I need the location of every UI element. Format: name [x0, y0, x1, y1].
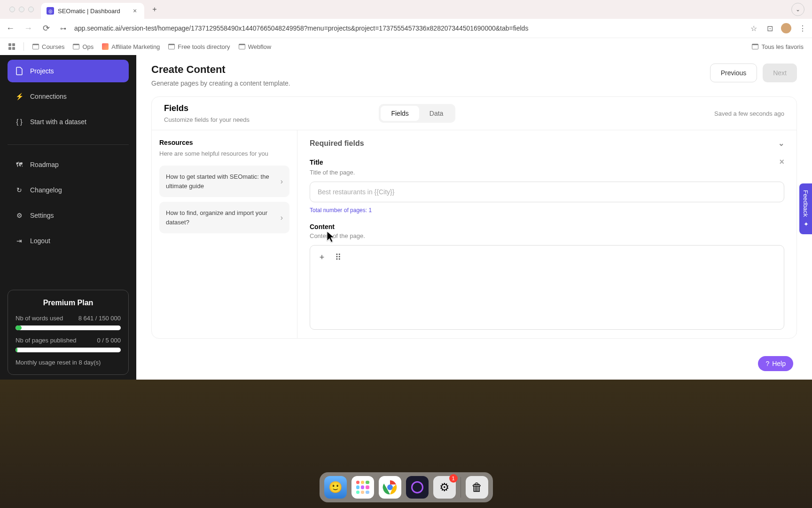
- browser-tab[interactable]: ◎ SEOmatic | Dashboard ×: [41, 3, 144, 19]
- resource-link[interactable]: How to find, organize and import your da…: [159, 202, 289, 233]
- profile-avatar[interactable]: [781, 23, 791, 33]
- plan-box: Premium Plan Nb of words used 8 641 / 15…: [8, 290, 129, 375]
- feedback-tab[interactable]: Feedback ✦: [799, 183, 812, 234]
- pages-row: Nb of pages published 0 / 5 000: [16, 337, 121, 344]
- notification-badge: 1: [449, 474, 458, 483]
- title-label: Title: [310, 159, 323, 166]
- menu-icon[interactable]: ⋮: [798, 24, 807, 33]
- address-bar: ← → ⟳ ⊶ app.seomatic.ai/version-test/hom…: [0, 19, 812, 38]
- pages-bar: [16, 348, 121, 352]
- sidebar-item-settings[interactable]: ⚙ Settings: [8, 204, 129, 227]
- bookmark-webflow[interactable]: Webflow: [239, 43, 272, 50]
- content-desc: Content of the page.: [310, 232, 784, 239]
- dock-launchpad[interactable]: [351, 476, 374, 499]
- back-button[interactable]: ←: [5, 23, 16, 34]
- words-bar: [16, 325, 121, 330]
- map-icon: 🗺: [15, 160, 23, 169]
- help-button[interactable]: ? Help: [758, 356, 793, 371]
- apps-icon[interactable]: [8, 43, 15, 50]
- chevron-down-icon: ⌄: [778, 139, 784, 148]
- resources-subtitle: Here are some helpful resources for you: [159, 150, 289, 157]
- bookmark-affiliate[interactable]: Affiliate Marketing: [102, 43, 160, 50]
- title-input[interactable]: [310, 182, 784, 202]
- fields-card: Fields Customize fields for your needs F…: [151, 96, 797, 339]
- folder-icon: [752, 44, 758, 49]
- sidebar-item-roadmap[interactable]: 🗺 Roadmap: [8, 153, 129, 176]
- section-header[interactable]: Required fields ⌄: [310, 139, 784, 148]
- sidebar-item-projects[interactable]: Projects: [8, 60, 129, 82]
- desktop-area: 🙂 ⚙1 🗑: [0, 380, 812, 508]
- next-button[interactable]: Next: [763, 64, 797, 82]
- tab-fields[interactable]: Fields: [381, 106, 419, 121]
- title-desc: Title of the page.: [310, 169, 784, 176]
- tab-data[interactable]: Data: [419, 106, 454, 121]
- folder-icon: [168, 44, 175, 49]
- url-text[interactable]: app.seomatic.ai/version-test/homepage/17…: [74, 24, 742, 32]
- all-bookmarks[interactable]: Tous les favoris: [752, 43, 804, 50]
- saved-status: Saved a few seconds ago: [714, 110, 784, 117]
- braces-icon: { }: [15, 118, 23, 126]
- resources-title: Resources: [159, 139, 289, 146]
- dock-finder[interactable]: 🙂: [324, 476, 347, 499]
- reload-button[interactable]: ⟳: [40, 23, 52, 34]
- folder-icon: [32, 44, 39, 49]
- extensions-icon[interactable]: ⊡: [765, 24, 774, 33]
- sidebar-item-connections[interactable]: ⚡ Connections: [8, 85, 129, 108]
- card-body: Resources Here are some helpful resource…: [152, 130, 796, 338]
- words-bar-fill: [16, 325, 22, 330]
- dock-chrome[interactable]: [379, 476, 401, 499]
- bookmark-courses[interactable]: Courses: [32, 43, 64, 50]
- form-panel: Required fields ⌄ Title × Title of the p…: [297, 130, 796, 338]
- editor-toolbar: + ⠿: [317, 252, 777, 262]
- pages-hint: Total number of pages: 1: [310, 207, 784, 214]
- mouse-cursor-icon: [325, 230, 338, 244]
- plan-reset: Monthly usage reset in 8 day(s): [16, 359, 121, 366]
- minimize-window[interactable]: [19, 7, 24, 12]
- sidebar-item-label: Projects: [30, 67, 54, 75]
- folder-icon: [73, 44, 79, 49]
- dock-settings[interactable]: ⚙1: [433, 476, 456, 499]
- pages-bar-fill: [16, 348, 17, 352]
- new-tab-button[interactable]: +: [148, 3, 161, 16]
- resource-text: How to get started with SEOmatic: the ul…: [166, 172, 276, 190]
- add-block-icon[interactable]: +: [317, 252, 327, 262]
- tabs-overflow-button[interactable]: ⌄: [791, 3, 804, 16]
- resource-text: How to find, organize and import your da…: [166, 208, 276, 227]
- bolt-icon: ⚡: [15, 92, 23, 101]
- card-header: Fields Customize fields for your needs F…: [152, 97, 796, 130]
- bookmark-star-icon[interactable]: ☆: [749, 24, 758, 33]
- bookmark-tools[interactable]: Free tools directory: [168, 43, 230, 50]
- close-window[interactable]: [9, 7, 15, 12]
- window-controls[interactable]: [9, 7, 34, 12]
- maximize-window[interactable]: [28, 7, 34, 12]
- content-editor[interactable]: + ⠿: [310, 245, 784, 330]
- sidebar: Projects ⚡ Connections { } Start with a …: [0, 55, 136, 380]
- bookmark-ops[interactable]: Ops: [73, 43, 94, 50]
- document-icon: [15, 67, 23, 75]
- pages-value: 0 / 5 000: [97, 337, 121, 344]
- previous-button[interactable]: Previous: [710, 64, 757, 82]
- sidebar-item-dataset[interactable]: { } Start with a dataset: [8, 111, 129, 133]
- dock-app-purple[interactable]: [406, 476, 429, 499]
- sidebar-item-logout[interactable]: ⇥ Logout: [8, 230, 129, 252]
- words-label: Nb of words used: [16, 315, 63, 322]
- sidebar-item-label: Roadmap: [30, 161, 59, 168]
- close-tab-icon[interactable]: ×: [131, 7, 139, 15]
- drag-handle-icon[interactable]: ⠿: [333, 252, 343, 262]
- dock: 🙂 ⚙1 🗑: [320, 472, 493, 502]
- divider: [8, 144, 129, 145]
- dock-separator: [461, 477, 461, 498]
- site-info-icon[interactable]: ⊶: [58, 24, 68, 33]
- forward-button[interactable]: →: [23, 23, 34, 34]
- refresh-icon: ↻: [15, 186, 23, 194]
- gear-icon: ⚙: [15, 211, 23, 220]
- remove-field-icon[interactable]: ×: [779, 157, 784, 167]
- sidebar-item-changelog[interactable]: ↻ Changelog: [8, 179, 129, 201]
- page-header: Create Content Generate pages by creatin…: [136, 55, 812, 96]
- resources-panel: Resources Here are some helpful resource…: [152, 130, 297, 338]
- resource-link[interactable]: How to get started with SEOmatic: the ul…: [159, 166, 289, 197]
- logout-icon: ⇥: [15, 237, 23, 245]
- chevron-right-icon: ›: [281, 177, 283, 186]
- dock-trash[interactable]: 🗑: [466, 476, 488, 499]
- help-label: Help: [772, 360, 786, 367]
